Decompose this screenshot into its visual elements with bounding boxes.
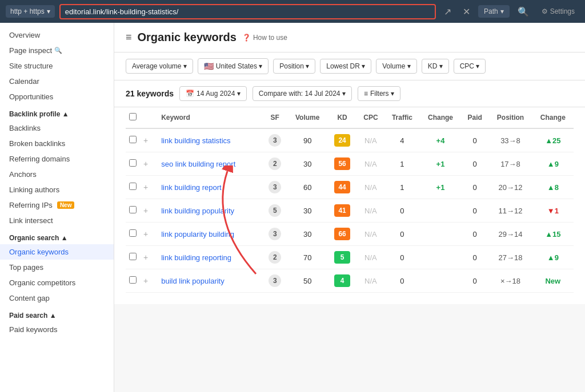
- cpc-cell: N/A: [357, 152, 384, 176]
- traffic-cell: 1: [384, 176, 420, 199]
- keyword-link[interactable]: link popularity building: [161, 230, 234, 239]
- sidebar-item-paid-keywords[interactable]: Paid keywords: [0, 322, 114, 337]
- row-checkbox[interactable]: [129, 206, 137, 213]
- search-icon[interactable]: 🔍: [514, 4, 532, 19]
- sidebar-item-content-gap[interactable]: Content gap: [0, 290, 114, 306]
- referring-ips-label: Referring IPs: [9, 201, 53, 209]
- kd-cell: 24: [327, 128, 357, 152]
- header-kd[interactable]: KD: [327, 107, 357, 128]
- header-traffic[interactable]: Traffic: [384, 107, 420, 128]
- row-checkbox[interactable]: [129, 183, 137, 190]
- sidebar-item-link-intersect[interactable]: Link intersect: [0, 213, 114, 228]
- sidebar-section-backlink-profile: Backlink profile ▲: [0, 104, 114, 120]
- url-input[interactable]: [59, 4, 436, 19]
- path-label: Path: [484, 7, 498, 15]
- row-checkbox[interactable]: [129, 136, 137, 143]
- keyword-link[interactable]: build link popularity: [161, 277, 225, 285]
- keyword-link[interactable]: link building statistics: [161, 136, 230, 145]
- keywords-count: 21 keywords: [126, 89, 174, 98]
- row-checkbox-cell: [126, 269, 140, 293]
- select-all-checkbox[interactable]: [129, 113, 137, 120]
- row-expand-btn[interactable]: +: [143, 276, 148, 285]
- sidebar-item-backlinks[interactable]: Backlinks: [0, 120, 114, 136]
- keyword-link[interactable]: link building popularity: [161, 207, 234, 215]
- how-to-use-link[interactable]: ❓ How to use: [242, 34, 287, 42]
- header-pos-change[interactable]: Change: [532, 107, 574, 128]
- settings-button[interactable]: ⚙ Settings: [537, 5, 579, 18]
- sidebar-item-linking-authors[interactable]: Linking authors: [0, 182, 114, 197]
- sidebar-item-page-inspect[interactable]: Page inspect 🔍: [0, 43, 114, 58]
- volume-filter-btn[interactable]: Average volume ▾: [126, 59, 193, 74]
- row-expand-btn[interactable]: +: [143, 136, 148, 145]
- protocol-selector[interactable]: http + https ▾: [6, 5, 55, 18]
- volume-cell: 60: [287, 176, 327, 199]
- kd-cell: 56: [327, 152, 357, 176]
- sidebar-item-referring-ips[interactable]: Referring IPs New: [0, 197, 114, 213]
- main-content: ≡ Organic keywords ❓ How to use Average …: [114, 23, 585, 392]
- header-paid[interactable]: Paid: [461, 107, 488, 128]
- row-expand-btn[interactable]: +: [143, 253, 148, 262]
- row-expand-btn[interactable]: +: [143, 183, 148, 192]
- change-cell: [420, 223, 461, 246]
- header-change[interactable]: Change: [420, 107, 461, 128]
- row-expand-btn[interactable]: +: [143, 229, 148, 239]
- sidebar-item-calendar[interactable]: Calendar: [0, 74, 114, 89]
- position-cell: 33→8: [488, 128, 532, 152]
- sidebar-item-organic-keywords[interactable]: Organic keywords: [0, 244, 114, 260]
- paid-cell: 0: [461, 223, 488, 246]
- keyword-link[interactable]: link building reporting: [161, 253, 231, 262]
- header-position[interactable]: Position: [488, 107, 532, 128]
- page-inspect-label: Page inspect: [9, 46, 52, 55]
- change-cell: [420, 246, 461, 269]
- kd-filter-label: KD ▾: [428, 62, 443, 70]
- row-checkbox[interactable]: [129, 159, 137, 167]
- pos-change-cell: ▲25: [532, 128, 574, 152]
- date-picker-btn[interactable]: 📅 14 Aug 2024 ▾: [179, 86, 247, 101]
- country-filter-label: United States ▾: [216, 62, 262, 70]
- country-filter-btn[interactable]: 🇺🇸 United States ▾: [198, 58, 269, 74]
- position-filter-btn[interactable]: Position ▾: [273, 59, 315, 74]
- table-row: + seo link building report 2 30 56 N/A 1…: [126, 152, 574, 176]
- row-expand-btn[interactable]: +: [143, 206, 148, 215]
- sidebar-item-site-structure[interactable]: Site structure: [0, 58, 114, 74]
- close-icon[interactable]: ✕: [459, 4, 474, 19]
- volume2-filter-btn[interactable]: Volume ▾: [376, 59, 416, 74]
- path-chevron-icon: ▾: [500, 7, 504, 15]
- keyword-link[interactable]: link building report: [161, 183, 222, 192]
- row-expand-btn[interactable]: +: [143, 159, 148, 168]
- date-label: 14 Aug 2024 ▾: [197, 90, 241, 98]
- header-volume[interactable]: Volume: [287, 107, 327, 128]
- sidebar-item-overview[interactable]: Overview: [0, 27, 114, 43]
- position-cell: 27→18: [488, 246, 532, 269]
- dr-filter-btn[interactable]: Lowest DR ▾: [320, 59, 371, 74]
- sidebar-item-anchors[interactable]: Anchors: [0, 167, 114, 182]
- sf-badge: 3: [269, 228, 281, 240]
- cpc-filter-btn[interactable]: CPC ▾: [454, 59, 486, 74]
- kd-filter-btn[interactable]: KD ▾: [422, 59, 449, 74]
- compare-date-btn[interactable]: Compare with: 14 Jul 2024 ▾: [253, 86, 352, 101]
- how-to-use-label: How to use: [253, 34, 287, 42]
- header-keyword[interactable]: Keyword: [158, 107, 262, 128]
- kd-cell: 5: [327, 246, 357, 269]
- hamburger-icon[interactable]: ≡: [126, 31, 132, 43]
- filters-btn[interactable]: ≡ Filters ▾: [358, 86, 400, 101]
- sidebar-item-referring-domains[interactable]: Referring domains: [0, 151, 114, 167]
- path-button[interactable]: Path ▾: [478, 5, 510, 18]
- header-sf[interactable]: SF: [262, 107, 287, 128]
- change-cell: +1: [420, 152, 461, 176]
- cpc-cell: N/A: [357, 246, 384, 269]
- volume-cell: 30: [287, 199, 327, 223]
- sidebar-item-opportunities[interactable]: Opportunities: [0, 89, 114, 104]
- sidebar-item-organic-competitors[interactable]: Organic competitors: [0, 275, 114, 290]
- row-checkbox[interactable]: [129, 253, 137, 260]
- kd-cell: 4: [327, 269, 357, 293]
- cpc-cell: N/A: [357, 199, 384, 223]
- row-checkbox[interactable]: [129, 276, 137, 284]
- keyword-link[interactable]: seo link building report: [161, 160, 235, 168]
- header-cpc[interactable]: CPC: [357, 107, 384, 128]
- sidebar-item-broken-backlinks[interactable]: Broken backlinks: [0, 136, 114, 151]
- row-checkbox[interactable]: [129, 229, 137, 237]
- sidebar-item-top-pages[interactable]: Top pages: [0, 260, 114, 275]
- paid-cell: 0: [461, 246, 488, 269]
- external-link-icon[interactable]: ↗: [440, 4, 455, 19]
